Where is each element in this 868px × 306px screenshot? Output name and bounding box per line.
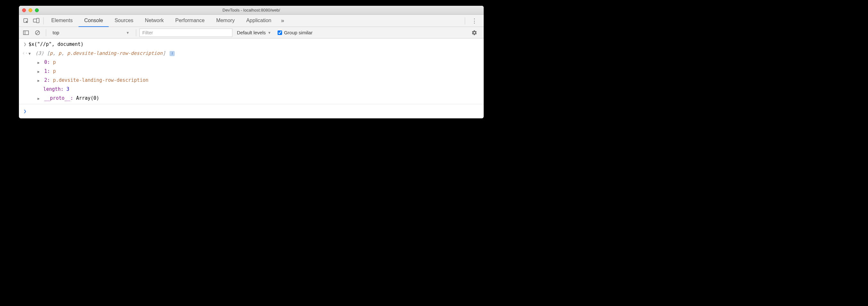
expand-toggle-icon[interactable] [37, 69, 41, 75]
length-key: length: [43, 86, 63, 92]
summary-item: p [50, 50, 53, 56]
tab-performance[interactable]: Performance [169, 15, 211, 27]
group-similar-checkbox[interactable]: Group similar [276, 30, 314, 35]
bracket-open: [ [47, 50, 50, 56]
svg-rect-0 [24, 19, 28, 23]
input-prompt-icon: ❯ [22, 40, 29, 48]
array-item-row[interactable]: 2: p.devsite-landing-row-description [19, 76, 484, 85]
toggle-sidebar-icon[interactable] [21, 28, 31, 37]
length-value: 3 [66, 86, 69, 92]
separator [136, 29, 136, 36]
prompt-icon: ❯ [22, 107, 29, 115]
array-value: p [53, 68, 56, 74]
devtools-window: DevTools - localhost:8080/web/ Elements … [19, 6, 484, 118]
proto-key: __proto__: [44, 95, 73, 101]
output-icon: ‹· [22, 49, 29, 57]
array-value: p.devsite-landing-row-description [53, 77, 148, 83]
tab-sources[interactable]: Sources [108, 15, 139, 27]
expand-toggle-icon[interactable] [37, 60, 41, 66]
array-value: p [53, 59, 56, 65]
log-levels-selector[interactable]: Default levels ▼ [234, 30, 274, 35]
array-item-row[interactable]: 1: p [19, 67, 484, 76]
group-similar-label: Group similar [284, 30, 312, 35]
tabstrip: Elements Console Sources Network Perform… [19, 15, 484, 27]
array-index: 0: [44, 59, 50, 65]
separator [43, 17, 43, 24]
filter-input[interactable] [140, 29, 232, 37]
array-index: 2: [44, 77, 50, 83]
titlebar: DevTools - localhost:8080/web/ [19, 6, 484, 15]
chevron-down-icon: ▼ [126, 31, 129, 35]
summary-item: p [58, 50, 61, 56]
divider [19, 104, 484, 104]
summary-item: p.devsite-landing-row-description [67, 50, 162, 56]
svg-line-6 [36, 31, 39, 34]
expand-toggle-icon[interactable] [29, 51, 32, 57]
console-toolbar: top ▼ Default levels ▼ Group similar [19, 27, 484, 38]
svg-rect-2 [36, 18, 39, 23]
tab-memory[interactable]: Memory [210, 15, 240, 27]
settings-menu-button[interactable]: ⋮ [467, 17, 482, 24]
minimize-window-button[interactable] [29, 8, 32, 12]
expand-toggle-icon[interactable] [37, 96, 41, 102]
clear-console-icon[interactable] [32, 28, 43, 37]
traffic-lights [22, 8, 39, 12]
device-toolbar-icon[interactable] [31, 16, 41, 25]
console-body: ❯ $x("//p", document) ‹· (3) [p, p, p.de… [19, 38, 484, 118]
console-output-row[interactable]: ‹· (3) [p, p, p.devsite-landing-row-desc… [19, 49, 484, 58]
close-window-button[interactable] [22, 8, 26, 12]
tab-console[interactable]: Console [79, 15, 109, 27]
group-similar-input[interactable] [278, 30, 282, 35]
proto-row[interactable]: __proto__: Array(0) [19, 94, 484, 103]
info-icon[interactable]: i [169, 51, 175, 56]
more-tabs-button[interactable]: » [277, 17, 288, 24]
expand-toggle-icon[interactable] [37, 78, 41, 84]
bracket-close: ] [162, 50, 165, 56]
inspect-element-icon[interactable] [21, 16, 31, 25]
zoom-window-button[interactable] [35, 8, 39, 12]
separator [465, 17, 465, 24]
tab-application[interactable]: Application [240, 15, 277, 27]
console-prompt-input[interactable] [29, 107, 481, 115]
tab-elements[interactable]: Elements [45, 15, 79, 27]
array-index: 1: [44, 68, 50, 74]
length-row: length: 3 [19, 85, 484, 94]
array-item-row[interactable]: 0: p [19, 58, 484, 67]
console-input-row: ❯ $x("//p", document) [19, 40, 484, 49]
console-prompt-row[interactable]: ❯ [19, 106, 484, 118]
levels-label: Default levels [237, 30, 266, 35]
console-settings-icon[interactable] [467, 30, 482, 36]
console-input-text: $x("//p", document) [29, 40, 481, 48]
array-count: (3) [35, 50, 44, 56]
svg-rect-3 [23, 31, 29, 35]
context-label: top [53, 30, 59, 35]
tab-network[interactable]: Network [139, 15, 169, 27]
window-title: DevTools - localhost:8080/web/ [19, 8, 484, 12]
array-summary[interactable]: (3) [p, p, p.devsite-landing-row-descrip… [29, 49, 481, 57]
context-selector[interactable]: top ▼ [49, 29, 133, 37]
chevron-down-icon: ▼ [268, 31, 271, 35]
panel-tabs: Elements Console Sources Network Perform… [45, 15, 277, 27]
separator [46, 29, 46, 36]
proto-value: Array(0) [76, 95, 99, 101]
